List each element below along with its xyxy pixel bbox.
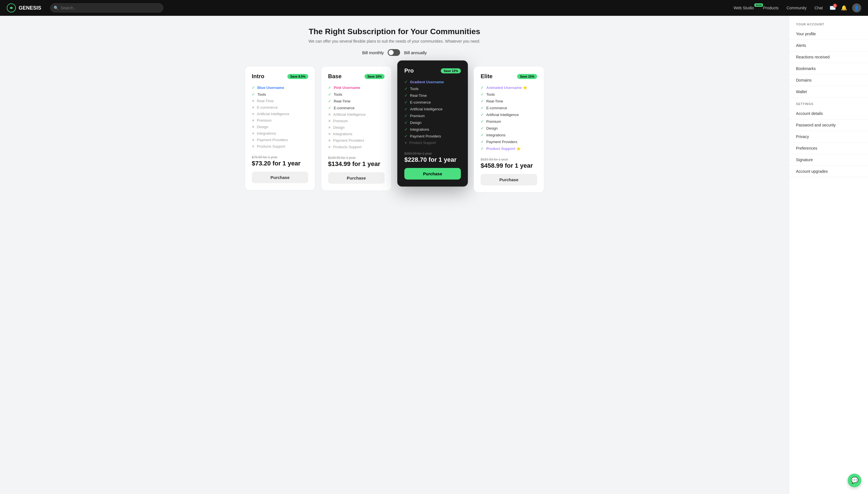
feature-label: Design [410,120,421,125]
sidebar-settings-item[interactable]: Preferences [789,142,868,154]
pricing-card-base: BaseSave 10%✓Pink Username✓Tools✓Real-Ti… [321,66,392,191]
sidebar-account-item[interactable]: Domains [789,75,868,86]
sidebar-settings-item[interactable]: Password and security [789,119,868,131]
card-header: BaseSave 10% [328,73,384,80]
page-title: The Right Subscription for Your Communit… [9,27,780,36]
pricing-grid: IntroSave 8.5%✓Blue Username✓Tools✕Real-… [245,66,544,192]
notifications-button[interactable]: 🔔 [841,5,847,11]
billing-toggle: Bill monthly Bill annually [9,49,780,56]
purchase-button[interactable]: Purchase [328,172,384,184]
svg-point-1 [11,7,12,9]
check-icon: ✓ [404,80,408,84]
save-badge: Save 12% [441,68,461,73]
nav-link-community[interactable]: Community [786,6,807,10]
chat-icon: 💬 [851,477,858,484]
avatar[interactable]: 👤 [852,3,861,13]
feature-item: ✓Animated Username ⭐ [481,84,537,91]
nav-link-web-studio[interactable]: Web Studio Soon [734,6,755,10]
nav-link-products[interactable]: Products [763,6,778,10]
feature-label: Premium [486,119,501,124]
page-layout: The Right Subscription for Your Communit… [0,16,868,494]
feature-item: ✓Design [481,125,537,132]
pricing-card-pro: ProSave 12%✓Gradient Username✓Tools✓Real… [397,60,468,187]
check-icon: ✓ [328,92,331,97]
settings-section-label: SETTINGS [789,102,868,108]
sidebar-account-item[interactable]: Wallet [789,86,868,98]
check-icon: ✓ [481,92,484,97]
soon-badge: Soon [755,3,763,7]
sidebar-settings-item[interactable]: Account upgrades [789,166,868,177]
chat-bubble[interactable]: 💬 [848,474,861,487]
feature-list: ✓Pink Username✓Tools✓Real-Time✓E-commerc… [328,84,384,150]
feature-label: Payment Providers [257,138,288,142]
feature-item: ✓Gradient Username [404,78,461,85]
feature-item: ✕Design [328,124,384,131]
check-icon: ✓ [404,127,408,132]
sidebar-settings-item[interactable]: Signature [789,154,868,166]
price-section: $539.99 for 1 year$458.99 for 1 year [481,157,537,169]
x-icon: ✕ [328,145,331,149]
original-price: $539.99 for 1 year [481,157,537,162]
plan-name: Base [328,73,342,80]
feature-item: ✓Pink Username [328,84,384,91]
check-icon: ✓ [404,120,408,125]
sidebar-account-item[interactable]: Bookmarks [789,63,868,75]
feature-label: Product Support [410,140,436,145]
feature-item: ✓Payment Providers [404,133,461,139]
purchase-button[interactable]: Purchase [404,168,461,179]
feature-label: Payment Providers [333,138,364,142]
feature-label: Design [257,125,268,129]
feature-item: ✓Premium [481,118,537,125]
feature-item: ✕Design [252,124,308,130]
feature-item: ✕Artificial Intelligence [252,111,308,117]
check-icon: ✓ [328,106,331,110]
settings-menu: Account detailsPassword and securityPriv… [789,108,868,177]
feature-label: E-commerce [486,106,507,110]
sidebar-account-item[interactable]: Alerts [789,40,868,51]
check-icon: ✓ [481,119,484,124]
x-icon: ✕ [328,139,331,142]
mail-button[interactable]: ✉️ 1 [830,5,836,11]
feature-item: ✓Integrations [404,126,461,133]
card-header: EliteSave 15% [481,73,537,80]
logo-text: GENESIS [19,5,41,11]
sidebar-account-item[interactable]: Reactions received [789,51,868,63]
billing-monthly-label: Bill monthly [362,50,384,55]
save-badge: Save 15% [517,74,537,79]
feature-label: Premium [410,114,425,118]
feature-item: ✕E-commerce [252,104,308,111]
feature-label: Artificial Intelligence [486,113,519,117]
nav-links: Web Studio Soon Products Community Chat [734,6,823,10]
plan-name: Pro [404,68,414,74]
feature-item: ✓Product Support ⭐ [481,145,537,152]
billing-toggle-switch[interactable] [388,49,400,56]
feature-item: ✕Products Support [252,143,308,150]
feature-item: ✓E-commerce [404,99,461,106]
feature-item: ✓Real-Time [328,98,384,104]
purchase-button[interactable]: Purchase [481,174,537,186]
search-input[interactable] [50,3,163,13]
feature-item: ✓Tools [404,85,461,92]
x-icon: ✕ [252,138,255,142]
sidebar-account-item[interactable]: Your profile [789,28,868,40]
x-icon: ✕ [252,112,255,116]
x-icon: ✕ [328,113,331,117]
sidebar-settings-item[interactable]: Privacy [789,131,868,142]
search-icon: 🔍 [54,6,58,10]
feature-label: Tools [410,87,418,91]
feature-label: Premium [257,118,272,122]
check-icon: ✓ [481,133,484,137]
logo[interactable]: GENESIS [7,3,41,13]
account-section-label: YOUR ACCOUNT [789,23,868,28]
purchase-button[interactable]: Purchase [252,172,308,183]
feature-item: ✓Tools [328,91,384,98]
feature-label: Tools [334,92,342,97]
feature-item: ✕Payment Providers [328,137,384,144]
check-icon: ✓ [328,85,331,90]
feature-list: ✓Animated Username ⭐✓Tools✓Real-Time✓E-c… [481,84,537,152]
nav-link-chat[interactable]: Chat [814,6,823,10]
feature-label: E-commerce [410,100,431,104]
check-icon: ✓ [481,146,484,151]
sidebar-settings-item[interactable]: Account details [789,108,868,119]
x-icon: ✕ [252,132,255,135]
